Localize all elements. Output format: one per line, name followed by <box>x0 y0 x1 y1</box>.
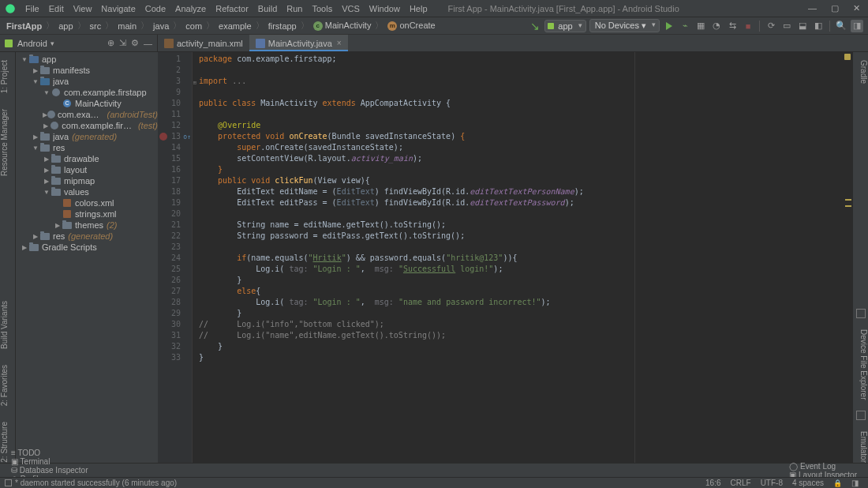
editor-tab[interactable]: MainActivity.java × <box>249 35 348 51</box>
tool-icon[interactable] <box>856 309 866 318</box>
gutter-line[interactable]: 30 <box>158 319 192 330</box>
gutter-line[interactable]: 26 <box>158 275 192 286</box>
gutter-line[interactable]: 19 <box>158 197 192 208</box>
tree-twisty[interactable]: ▶ <box>32 233 39 240</box>
attach-debugger-button[interactable]: ⇆ <box>726 20 739 32</box>
tree-twisty[interactable]: ▶ <box>43 167 51 174</box>
breadcrumb-seg[interactable]: firstapp <box>267 21 298 31</box>
tree-twisty[interactable]: ▼ <box>21 56 28 63</box>
breadcrumb-seg[interactable]: com <box>184 21 204 31</box>
gutter-line[interactable]: 21 <box>158 220 192 231</box>
tree-node[interactable]: ▶ java (generated) <box>16 131 158 142</box>
gutter-line[interactable]: 11 <box>158 109 192 120</box>
tool-icon[interactable] <box>856 411 866 420</box>
menu-view[interactable]: View <box>69 4 97 13</box>
gear-icon[interactable]: ⚙ <box>131 38 139 48</box>
gutter-line[interactable]: 32 <box>158 341 192 352</box>
memory-indicator[interactable]: ◨ <box>847 479 863 487</box>
resource-button[interactable]: ◧ <box>812 20 825 32</box>
code-line[interactable]: else{ <box>199 286 852 297</box>
tree-node[interactable]: C MainActivity <box>16 98 158 109</box>
menu-refactor[interactable]: Refactor <box>211 4 253 13</box>
menu-vcs[interactable]: VCS <box>337 4 365 13</box>
gutter-line[interactable]: 15 <box>158 153 192 164</box>
tree-node[interactable]: strings.xml <box>16 208 158 220</box>
stop-button[interactable]: ■ <box>742 20 754 32</box>
tree-node[interactable]: colors.xml <box>16 197 158 208</box>
gutter-line[interactable]: 27 <box>158 286 192 297</box>
tree-node[interactable]: ▶ manifests <box>16 65 158 76</box>
tree-twisty[interactable]: ▶ <box>21 244 28 251</box>
project-tool-window[interactable]: ▼ app ▶ manifests ▼ java ▼ com.example.f… <box>16 52 158 471</box>
code-line[interactable]: setContentView(R.layout.activity_main); <box>199 153 852 164</box>
breadcrumb-seg[interactable]: monCreate <box>386 21 436 31</box>
gutter-line[interactable]: 25 <box>158 264 192 275</box>
override-icon[interactable]: o↑ <box>183 132 191 143</box>
run-config-dropdown[interactable]: app <box>544 20 586 32</box>
sdk-button[interactable]: ⬓ <box>796 20 809 32</box>
breadcrumb-seg[interactable]: main <box>116 21 138 31</box>
inspection-summary-icon[interactable] <box>844 54 851 60</box>
code-line[interactable]: // Log.i("name",editName.getText().toStr… <box>199 330 852 341</box>
code-line[interactable]: } <box>199 308 852 319</box>
code-line[interactable] <box>199 109 852 120</box>
gutter-line[interactable]: 12 <box>158 120 192 131</box>
select-opened-file-icon[interactable]: ⊕ <box>107 38 114 48</box>
code-line[interactable]: } <box>199 341 852 352</box>
menu-edit[interactable]: Edit <box>44 4 69 13</box>
gutter-line[interactable]: 16 <box>158 164 192 175</box>
tree-twisty[interactable]: ▶ <box>54 222 62 229</box>
menu-file[interactable]: File <box>21 4 44 13</box>
code-line[interactable]: Log.i( tag: "Login : ", msg: "Successful… <box>199 264 852 275</box>
device-dropdown[interactable]: No Devices ▾ <box>589 19 660 32</box>
code-line[interactable]: @Override <box>199 120 852 131</box>
editor-content[interactable]: package com.example.firstapp;import ...p… <box>193 52 852 471</box>
breadcrumb-seg[interactable]: java <box>152 21 170 31</box>
bottom-tab[interactable]: ≡ TODO <box>5 449 95 457</box>
code-line[interactable]: Log.i( tag: "Login : ", msg: "name and p… <box>199 297 852 308</box>
close-tab-icon[interactable]: × <box>337 39 342 47</box>
gutter-line[interactable]: 24 <box>158 253 192 264</box>
code-line[interactable]: EditText editName = (EditText) findViewB… <box>199 186 852 197</box>
breakpoint-icon[interactable] <box>159 133 167 141</box>
gutter-line[interactable]: 13o↑ <box>158 131 192 142</box>
tree-node[interactable]: ▼ java <box>16 76 158 87</box>
maximize-button[interactable]: ▢ <box>831 3 839 13</box>
tree-twisty[interactable]: ▼ <box>43 189 51 196</box>
gutter-line[interactable]: 14 <box>158 142 192 153</box>
breadcrumb[interactable]: FirstApp〉app〉src〉main〉java〉com〉example〉f… <box>0 20 437 32</box>
gutter-line[interactable]: 10 <box>158 98 192 109</box>
gutter-line[interactable]: 29 <box>158 308 192 319</box>
code-line[interactable]: EditText editPass = (EditText) findViewB… <box>199 197 852 208</box>
breadcrumb-seg[interactable]: src <box>88 21 103 31</box>
tree-twisty[interactable]: ▶ <box>43 156 51 163</box>
tree-twisty[interactable]: ▼ <box>43 89 51 96</box>
tool-1-project[interactable]: 1: Project <box>0 52 15 101</box>
file-encoding[interactable]: UTF-8 <box>756 479 788 487</box>
gutter-line[interactable]: 20 <box>158 208 192 220</box>
run-button[interactable] <box>663 20 675 32</box>
tool-window-toggle-icon[interactable] <box>5 479 12 486</box>
tree-twisty[interactable]: ▼ <box>32 145 39 152</box>
tree-node[interactable]: ▶ com.example.firstapp (test) <box>16 120 158 131</box>
tree-node[interactable]: ▶ com.example.firstapp (androidTest) <box>16 109 158 120</box>
breadcrumb-seg[interactable]: example <box>217 21 253 31</box>
tree-node[interactable]: ▶ res (generated) <box>16 231 158 242</box>
menu-window[interactable]: Window <box>365 4 405 13</box>
menu-build[interactable]: Build <box>253 4 282 13</box>
code-line[interactable] <box>199 87 852 98</box>
code-line[interactable]: } <box>199 352 852 363</box>
menu-run[interactable]: Run <box>282 4 307 13</box>
tree-node[interactable]: ▶ drawable <box>16 153 158 164</box>
avd-button[interactable]: ▭ <box>780 20 793 32</box>
tree-node[interactable]: ▼ app <box>16 54 158 65</box>
code-line[interactable]: protected void onCreate(Bundle savedInst… <box>199 131 852 142</box>
menu-analyze[interactable]: Analyze <box>170 4 211 13</box>
tool-resource-manager[interactable]: Resource Manager <box>0 101 15 184</box>
gutter-line[interactable]: 17 <box>158 175 192 186</box>
gutter-line[interactable]: 33 <box>158 352 192 363</box>
gutter-line[interactable]: 2 <box>158 65 192 76</box>
close-button[interactable]: ✕ <box>853 3 860 13</box>
gutter-line[interactable]: 22 <box>158 231 192 242</box>
tree-node[interactable]: ▶ themes (2) <box>16 220 158 231</box>
